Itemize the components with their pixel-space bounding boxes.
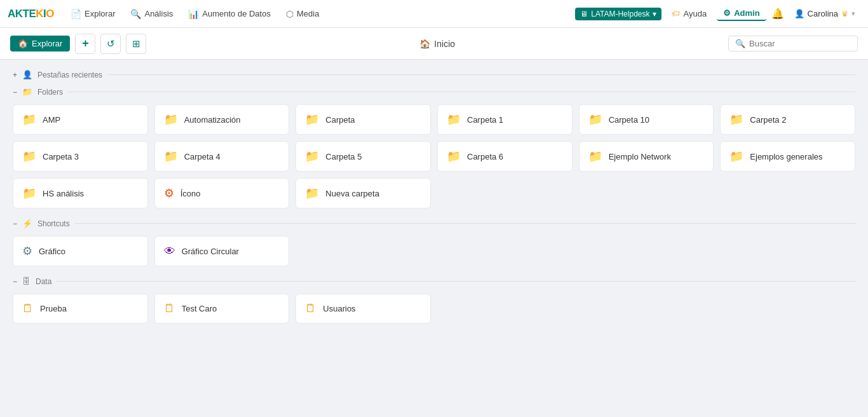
folder-amp[interactable]: 📁 AMP <box>13 104 148 135</box>
user-menu[interactable]: 👤 Carolina ♛ ▾ <box>789 7 860 20</box>
folder-automatizacion[interactable]: 📁 Automatización <box>154 104 290 135</box>
folder-icon: 📁 <box>22 149 36 163</box>
section-data: − 🗄 Data <box>13 277 855 286</box>
section-folders: − 📁 Folders <box>13 87 855 97</box>
shortcuts-grid: ⚙ Gráfico 👁 Gráfico Circular <box>13 236 855 266</box>
folder-icon: 📁 <box>729 149 743 163</box>
section-divider <box>57 281 855 282</box>
nav-media[interactable]: ⬡ Media <box>280 6 325 22</box>
search-box[interactable]: 🔍 <box>728 36 858 51</box>
add-button[interactable]: + <box>75 34 95 54</box>
grid-layout-icon: ⊞ <box>132 38 140 50</box>
user-icon: 👤 <box>794 9 804 18</box>
folder-ejemplos-generales[interactable]: 📁 Ejemplos generales <box>720 141 855 172</box>
folder-carpeta3[interactable]: 📁 Carpeta 3 <box>13 141 148 172</box>
folder-icon: 📁 <box>305 113 319 126</box>
app-logo: AKTEKIO <box>8 8 54 20</box>
folder-icon: 📁 <box>729 113 743 126</box>
folder-icon: 📁 <box>22 186 36 200</box>
home-title: 🏠 Inicio <box>151 39 723 49</box>
workspace-icon: 🖥 <box>580 10 588 18</box>
nav-aumento[interactable]: 📊 Aumento de Datos <box>182 6 277 22</box>
analysis-icon: 🔍 <box>130 9 141 19</box>
help-icon: 🏷 <box>672 9 680 18</box>
main-content: + 👤 Pestañas recientes − 📁 Folders 📁 AMP… <box>0 60 868 417</box>
data-usuarios[interactable]: 🗒 Usuarios <box>295 294 431 324</box>
recent-icon: 👤 <box>22 70 32 79</box>
folder-icon: 📁 <box>305 186 319 200</box>
folder-carpeta2[interactable]: 📁 Carpeta 2 <box>720 104 855 135</box>
data-icon: 🗄 <box>22 277 31 286</box>
data-test-caro[interactable]: 🗒 Test Caro <box>154 294 290 324</box>
folder-icon: 📁 <box>447 113 461 126</box>
folder-ejemplo-network[interactable]: 📁 Ejemplo Network <box>579 141 714 172</box>
explorer-tab[interactable]: 🏠 Explorar <box>10 36 70 51</box>
chevron-down-icon: ▾ <box>653 10 656 18</box>
help-button[interactable]: 🏷 Ayuda <box>667 7 712 20</box>
folder-icon: 📁 <box>588 149 602 163</box>
folder-icono[interactable]: ⚙ Ícono <box>154 178 290 208</box>
home-nav-icon: 🏠 <box>18 39 28 48</box>
section-divider <box>107 74 855 75</box>
refresh-button[interactable]: ↺ <box>100 34 121 54</box>
top-navigation: AKTEKIO 📄 Explorar 🔍 Análisis 📊 Aumento … <box>0 0 868 28</box>
folder-icon: 📁 <box>164 113 178 126</box>
nav-analisis[interactable]: 🔍 Análisis <box>124 6 179 22</box>
data-file-icon: 🗒 <box>22 302 34 315</box>
settings-icon: ⚙ <box>164 186 174 200</box>
refresh-icon: ↺ <box>107 38 115 50</box>
folder-carpeta1[interactable]: 📁 Carpeta 1 <box>437 104 573 135</box>
eye-icon: 👁 <box>164 245 175 258</box>
folder-carpeta4[interactable]: 📁 Carpeta 4 <box>154 141 290 172</box>
folder-icon: 📁 <box>22 113 36 126</box>
section-divider <box>68 92 855 92</box>
nav-explorar[interactable]: 📄 Explorar <box>64 6 121 22</box>
section-shortcuts: − ⚡ Shortcuts <box>13 219 855 228</box>
shortcut-grafico[interactable]: ⚙ Gráfico <box>13 236 148 266</box>
folder-icon: 📁 <box>447 149 461 163</box>
folder-nueva-carpeta[interactable]: 📁 Nueva carpeta <box>295 178 431 208</box>
doc-icon: 📄 <box>71 9 81 19</box>
settings-icon: ⚙ <box>22 244 32 258</box>
admin-settings-icon: ⚙ <box>723 8 731 18</box>
admin-button[interactable]: ⚙ Admin <box>717 6 766 21</box>
folder-carpeta5[interactable]: 📁 Carpeta 5 <box>295 141 431 172</box>
folder-carpeta[interactable]: 📁 Carpeta <box>295 104 431 135</box>
recent-toggle[interactable]: + <box>13 71 17 79</box>
workspace-selector[interactable]: 🖥 LATAM-Helpdesk ▾ <box>575 8 661 20</box>
layout-button[interactable]: ⊞ <box>126 34 146 54</box>
folders-grid: 📁 AMP 📁 Automatización 📁 Carpeta 📁 Carpe… <box>13 104 855 208</box>
home-icon: 🏠 <box>419 39 430 49</box>
media-icon: ⬡ <box>286 9 294 19</box>
data-toggle[interactable]: − <box>13 277 17 286</box>
shortcut-grafico-circular[interactable]: 👁 Gráfico Circular <box>154 236 290 266</box>
nav-right-section: 🖥 LATAM-Helpdesk ▾ 🏷 Ayuda ⚙ Admin 🔔 👤 C… <box>575 6 860 21</box>
data-prueba[interactable]: 🗒 Prueba <box>13 294 148 324</box>
folder-section-icon: 📁 <box>22 87 32 97</box>
explorer-bar: 🏠 Explorar + ↺ ⊞ 🏠 Inicio 🔍 <box>0 28 868 60</box>
shortcuts-icon: ⚡ <box>22 219 32 228</box>
folder-icon: 📁 <box>588 113 602 126</box>
section-recent: + 👤 Pestañas recientes <box>13 70 855 79</box>
folder-icon: 📁 <box>164 149 178 163</box>
search-input[interactable] <box>749 39 851 48</box>
folders-toggle[interactable]: − <box>13 88 17 97</box>
folder-carpeta10[interactable]: 📁 Carpeta 10 <box>579 104 714 135</box>
data-grid: 🗒 Prueba 🗒 Test Caro 🗒 Usuarios <box>13 294 855 324</box>
crown-icon: ♛ <box>841 10 848 18</box>
data-file-icon: 🗒 <box>164 302 175 315</box>
data-augment-icon: 📊 <box>188 9 199 19</box>
folder-hs-analisis[interactable]: 📁 HS análisis <box>13 178 148 208</box>
user-chevron-icon: ▾ <box>851 10 855 18</box>
search-icon: 🔍 <box>735 39 745 48</box>
data-file-icon: 🗒 <box>305 302 316 315</box>
section-divider <box>75 223 855 224</box>
shortcuts-toggle[interactable]: − <box>13 219 17 228</box>
notifications-bell[interactable]: 🔔 <box>771 8 784 20</box>
folder-icon: 📁 <box>305 149 319 163</box>
plus-icon: + <box>82 37 89 50</box>
folder-carpeta6[interactable]: 📁 Carpeta 6 <box>437 141 573 172</box>
